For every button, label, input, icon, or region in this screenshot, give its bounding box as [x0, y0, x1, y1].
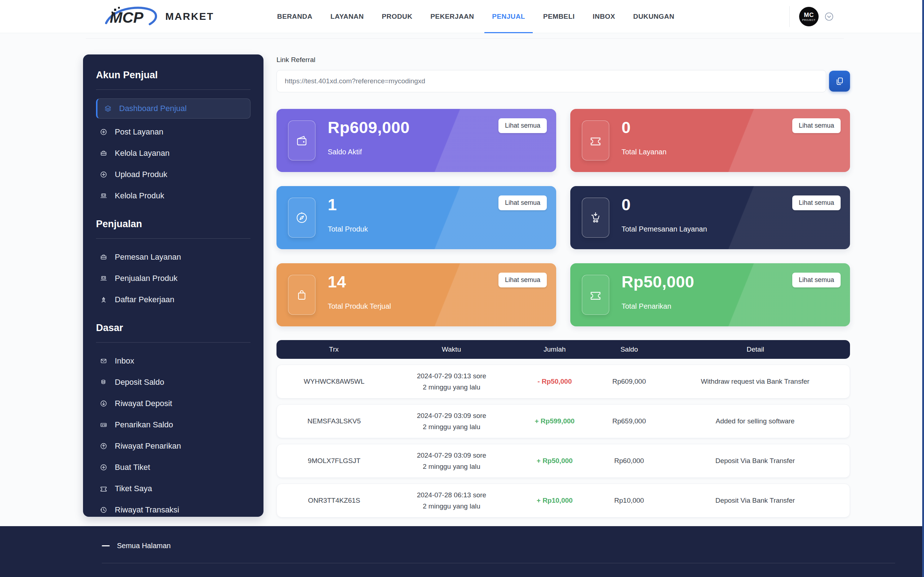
- trx-amount: + Rp599,000: [512, 417, 598, 425]
- logo[interactable]: MCP MARKET: [102, 0, 214, 33]
- sidebar-item-pemesan-layanan[interactable]: Pemesan Layanan: [96, 247, 250, 267]
- nav-item-inbox[interactable]: INBOX: [584, 0, 624, 33]
- plus-circle-icon: [99, 128, 108, 136]
- sidebar-item-label: Tiket Saya: [115, 484, 152, 493]
- stat-card-total-penarikan: Rp50,000 Total Penarikan Lihat semua: [570, 263, 850, 326]
- nav-item-dukungan[interactable]: DUKUNGAN: [624, 0, 683, 33]
- sidebar-item-post-layanan[interactable]: Post Layanan: [96, 122, 250, 142]
- trx-saldo: Rp659,000: [598, 417, 661, 425]
- sidebar-item-riwayat-penarikan[interactable]: Riwayat Penarikan: [96, 436, 250, 456]
- trx-saldo: Rp60,000: [598, 457, 661, 465]
- lihat-semua-button[interactable]: Lihat semua: [792, 118, 841, 133]
- table-row: WYHWCK8AW5WL 2024-07-29 03:13 sore 2 min…: [276, 364, 850, 398]
- table-row: ONR3TT4KZ61S 2024-07-28 06:13 sore 2 min…: [276, 484, 850, 517]
- logo-swoosh-icon: MCP: [102, 6, 162, 27]
- nav-item-pembeli[interactable]: PEMBELI: [534, 0, 584, 33]
- sidebar-item-tiket-saya[interactable]: Tiket Saya: [96, 479, 250, 498]
- referral-row: [276, 70, 850, 92]
- sidebar-item-label: Deposit Saldo: [115, 377, 164, 387]
- trx-id: WYHWCK8AW5WL: [277, 377, 391, 385]
- lihat-semua-button[interactable]: Lihat semua: [498, 195, 547, 210]
- sidebar-item-riwayat-transaksi[interactable]: Riwayat Transaksi: [96, 500, 250, 520]
- circle-up-icon: [99, 442, 108, 450]
- copy-referral-button[interactable]: [829, 71, 850, 92]
- sidebar-item-penjualan-produk[interactable]: Penjualan Produk: [96, 269, 250, 288]
- sidebar-item-label: Riwayat Deposit: [115, 399, 172, 408]
- ticket-icon: [582, 121, 609, 161]
- trx-saldo: Rp10,000: [598, 496, 661, 504]
- trx-detail: Deposit Via Bank Transfer: [661, 457, 850, 465]
- trx-time: 2024-07-29 03:09 sore 2 minggu yang lalu: [391, 412, 512, 431]
- sidebar-item-deposit-saldo[interactable]: Deposit Saldo: [96, 372, 250, 392]
- trx-id: NEMSFA3LSKV5: [277, 417, 391, 425]
- table-row: NEMSFA3LSKV5 2024-07-29 03:09 sore 2 min…: [276, 404, 850, 438]
- compass-icon: [288, 198, 315, 238]
- card-label: Total Penarikan: [622, 302, 850, 311]
- trx-detail: Added for selling software: [661, 417, 850, 425]
- sidebar-item-label: Penarikan Saldo: [115, 420, 173, 429]
- lihat-semua-button[interactable]: Lihat semua: [792, 272, 841, 287]
- table-row: 9MOLX7FLGSJT 2024-07-29 03:09 sore 2 min…: [276, 444, 850, 478]
- trx-saldo: Rp609,000: [598, 377, 661, 385]
- stat-card-total-layanan: 0 Total Layanan Lihat semua: [570, 109, 850, 172]
- trx-amount: + Rp10,000: [512, 496, 598, 504]
- lihat-semua-button[interactable]: Lihat semua: [498, 118, 547, 133]
- sidebar-section-title: Penjualan: [96, 219, 250, 230]
- column-header-waktu: Waktu: [391, 345, 512, 353]
- sidebar-item-label: Pemesan Layanan: [115, 253, 181, 262]
- sidebar-item-kelola-layanan[interactable]: Kelola Layanan: [96, 143, 250, 163]
- column-header-detail: Detail: [661, 345, 850, 353]
- nav-item-layanan[interactable]: LAYANAN: [321, 0, 373, 33]
- column-header-saldo: Saldo: [598, 345, 661, 353]
- referral-link-input[interactable]: [276, 70, 826, 92]
- sidebar-item-label: Riwayat Penarikan: [115, 442, 181, 451]
- sidebar-item-penarikan-saldo[interactable]: Penarikan Saldo: [96, 415, 250, 435]
- lihat-semua-button[interactable]: Lihat semua: [498, 272, 547, 287]
- sidebar-item-riwayat-deposit[interactable]: Riwayat Deposit: [96, 394, 250, 413]
- envelope-icon: [99, 357, 108, 365]
- sidebar-item-label: Buat Tiket: [115, 463, 150, 472]
- nav-item-pekerjaan[interactable]: PEKERJAAN: [422, 0, 483, 33]
- sidebar-item-daftar-pekerjaan[interactable]: Daftar Pekerjaan: [96, 290, 250, 309]
- layers-icon: [103, 105, 113, 113]
- sidebar-section-dasar: Dasar Inbox Deposit Saldo Riwayat Deposi…: [96, 322, 250, 520]
- wallet-icon: [288, 121, 315, 161]
- stat-card-total-pemesanan-layanan: 0 Total Pemesanan Layanan Lihat semua: [570, 186, 850, 249]
- card-label: Total Produk Terjual: [328, 302, 556, 311]
- transactions-table: Trx Waktu Jumlah Saldo Detail WYHWCK8AW5…: [276, 340, 850, 517]
- nav-item-penjual[interactable]: PENJUAL: [483, 0, 534, 33]
- nav-item-produk[interactable]: PRODUK: [373, 0, 422, 33]
- sidebar-item-label: Upload Produk: [115, 170, 168, 179]
- user-secret-icon: [99, 296, 108, 304]
- plus-circle-icon: [99, 463, 108, 471]
- logo-text: MARKET: [165, 11, 214, 23]
- sidebar-item-dashboard-penjual[interactable]: Dashboard Penjual: [96, 98, 250, 119]
- trx-detail: Deposit Via Bank Transfer: [661, 496, 850, 504]
- sidebar-item-buat-tiket[interactable]: Buat Tiket: [96, 458, 250, 477]
- sidebar-item-inbox[interactable]: Inbox: [96, 351, 250, 371]
- trx-id: ONR3TT4KZ61S: [277, 496, 391, 504]
- card-label: Total Layanan: [622, 148, 850, 156]
- trx-time: 2024-07-28 06:13 sore 2 minggu yang lalu: [391, 491, 512, 510]
- sidebar-section-title: Dasar: [96, 322, 250, 334]
- sidebar-item-label: Inbox: [115, 356, 134, 366]
- page-scrollbar[interactable]: [922, 0, 924, 577]
- divider: [96, 89, 250, 90]
- sidebar-item-kelola-produk[interactable]: Kelola Produk: [96, 186, 250, 206]
- card-label: Total Pemesanan Layanan: [622, 225, 850, 233]
- stat-card-saldo-aktif: Rp609,000 Saldo Aktif Lihat semua: [276, 109, 556, 172]
- sidebar-item-label: Daftar Pekerjaan: [115, 295, 174, 305]
- nav-item-beranda[interactable]: BERANDA: [268, 0, 321, 33]
- footer-link-semua-halaman[interactable]: Semua Halaman: [102, 542, 171, 550]
- avatar[interactable]: MC PROJECT: [799, 7, 819, 26]
- lihat-semua-button[interactable]: Lihat semua: [792, 195, 841, 210]
- svg-text:MCP: MCP: [110, 9, 144, 26]
- chevron-down-icon[interactable]: [824, 11, 835, 22]
- sidebar-item-label: Kelola Produk: [115, 191, 164, 200]
- sidebar-item-label: Riwayat Transaksi: [115, 505, 179, 515]
- trx-detail: Withdraw request via Bank Transfer: [661, 377, 850, 385]
- sidebar-item-label: Dashboard Penjual: [119, 104, 187, 113]
- ticket-icon: [99, 485, 108, 493]
- sidebar-item-upload-produk[interactable]: Upload Produk: [96, 165, 250, 184]
- sidebar-item-label: Penjualan Produk: [115, 274, 178, 283]
